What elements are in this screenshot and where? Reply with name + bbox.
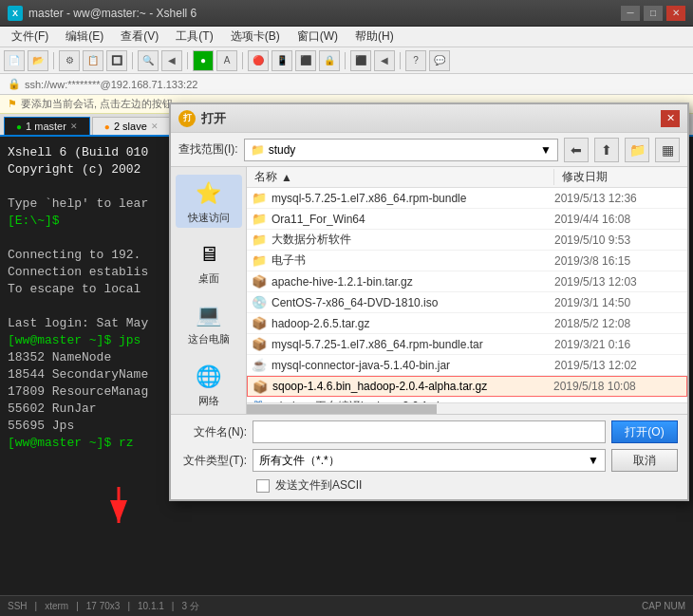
file-name: mysql-5.7.25-1.el7.x86_64.rpm-bundle.tar (272, 338, 551, 351)
menu-help[interactable]: 帮助(H) (347, 27, 402, 47)
nav-up-button[interactable]: ⬆ (594, 138, 619, 162)
ascii-checkbox[interactable] (256, 479, 270, 493)
network-label: 网络 (198, 395, 219, 407)
file-icon-archive: 📦 (251, 273, 268, 290)
list-item[interactable]: 📦 apache-hive-1.2.1-bin.tar.gz 2019/5/13… (247, 271, 687, 292)
open-button[interactable]: 打开(O) (611, 420, 678, 443)
file-name: mysql-connector-java-5.1.40-bin.jar (272, 359, 551, 372)
menu-tabs[interactable]: 选项卡(B) (223, 27, 288, 47)
dialog-sidebar: ⭐ 快速访问 🖥 桌面 💻 这台电脑 🌐 网络 (171, 167, 247, 414)
this-pc-icon: 💻 (194, 300, 224, 330)
file-date: 2019/3/1 14:50 (551, 296, 684, 309)
toolbar-btn-6[interactable]: A (216, 50, 237, 71)
file-name: hadoop-2.6.5.tar.gz (272, 317, 551, 330)
toolbar-search-btn[interactable]: 🔍 (138, 50, 159, 71)
ssh-bar: 🔒 ssh://ww:********@192.168.71.133:22 (0, 74, 693, 95)
cancel-button[interactable]: 取消 (611, 449, 678, 472)
sidebar-desktop[interactable]: 🖥 桌面 (176, 235, 242, 289)
menu-file[interactable]: 文件(F) (4, 27, 56, 47)
list-item[interactable]: 💿 CentOS-7-x86_64-DVD-1810.iso 2019/3/1 … (247, 292, 687, 313)
quick-access-label: 快速访问 (188, 212, 230, 224)
status-separator-1: | (35, 601, 38, 611)
file-name: Ora11_For_Win64 (272, 213, 551, 226)
toolbar-btn-7[interactable]: 🔴 (248, 50, 269, 71)
close-button[interactable]: ✕ (666, 6, 685, 21)
list-item[interactable]: 📦 hadoop-2.6.5.tar.gz 2018/5/2 12:08 (247, 313, 687, 334)
toolbar-open-btn[interactable]: 📂 (28, 50, 48, 71)
toolbar-new-btn[interactable]: 📄 (4, 50, 25, 71)
toolbar-btn-3[interactable]: 📋 (83, 50, 103, 71)
filetype-combo[interactable]: 所有文件（*.*） ▼ (253, 449, 606, 472)
list-item[interactable]: 📁 mysql-5.7.25-1.el7.x86_64.rpm-bundle 2… (247, 188, 687, 209)
menu-view[interactable]: 查看(V) (113, 27, 166, 47)
sidebar-network[interactable]: 🌐 网络 (176, 358, 242, 411)
col-name-header[interactable]: 名称 ▲ (247, 169, 554, 185)
tab-close-2[interactable]: ✕ (151, 121, 159, 131)
file-name-highlighted: sqoop-1.4.6.bin_hadoop-2.0.4-alpha.tar.g… (272, 380, 550, 393)
scrollbar-thumb[interactable] (247, 404, 437, 414)
nav-back-button[interactable]: ⬅ (564, 138, 589, 162)
file-name: 电子书 (272, 252, 551, 269)
toolbar-btn-5[interactable]: ◀ (161, 50, 182, 71)
filetype-row: 文件类型(T): 所有文件（*.*） ▼ 取消 (180, 449, 678, 472)
status-bar: SSH | xterm | 17 70x3 | 10.1.1 | 3 分 CAP… (0, 595, 693, 616)
toolbar-btn-8[interactable]: 📱 (272, 50, 292, 71)
location-combo[interactable]: 📁 study ▼ (244, 139, 558, 161)
toolbar-btn-11[interactable]: ⬛ (350, 50, 371, 71)
filetype-dropdown-arrow: ▼ (588, 454, 599, 467)
toolbar-btn-13[interactable]: 💬 (429, 50, 450, 71)
toolbar-btn-10[interactable]: 🔒 (319, 50, 340, 71)
menu-tools[interactable]: 工具(T) (168, 27, 220, 47)
toolbar-btn-2[interactable]: ⚙ (59, 50, 80, 71)
toolbar-separator-6 (400, 52, 401, 69)
maximize-button[interactable]: □ (644, 6, 663, 21)
network-icon: 🌐 (194, 362, 224, 392)
dialog-close-button[interactable]: ✕ (661, 110, 680, 127)
dialog-bottom: 文件名(N): 打开(O) 文件类型(T): 所有文件（*.*） ▼ 取消 发送… (171, 414, 687, 499)
tab-label-2: 2 slave (114, 121, 147, 132)
tab-close-1[interactable]: ✕ (70, 121, 78, 131)
horizontal-scrollbar[interactable] (247, 402, 687, 414)
filename-input[interactable] (253, 420, 606, 443)
toolbar-help-btn[interactable]: ? (405, 50, 426, 71)
list-item[interactable]: ☕ mysql-connector-java-5.1.40-bin.jar 20… (247, 355, 687, 376)
location-dropdown-arrow: ▼ (540, 143, 552, 157)
file-name: apache-hive-1.2.1-bin.tar.gz (272, 275, 551, 289)
filetype-label: 文件类型(T): (180, 453, 247, 469)
nav-view-button[interactable]: ▦ (655, 138, 680, 162)
window-title: master - ww@master:~ - Xshell 6 (28, 7, 621, 20)
file-icon-folder: 📁 (251, 190, 268, 207)
file-date: 2019/3/8 16:15 (551, 254, 684, 268)
list-item-highlighted[interactable]: 📦 sqoop-1.4.6.bin_hadoop-2.0.4-alpha.tar… (247, 376, 687, 397)
sidebar-quick-access[interactable]: ⭐ 快速访问 (176, 175, 242, 228)
file-name: 大数据分析软件 (272, 232, 551, 248)
col-date-header[interactable]: 修改日期 (554, 169, 687, 185)
status-caps: 3 分 (181, 600, 198, 613)
list-item[interactable]: 📁 Ora11_For_Win64 2019/4/4 16:08 (247, 209, 687, 230)
toolbar-btn-4[interactable]: 🔲 (106, 50, 127, 71)
file-date: 2019/5/10 9:53 (551, 233, 684, 247)
filelist-items[interactable]: 📁 mysql-5.7.25-1.el7.x86_64.rpm-bundle 2… (247, 188, 687, 402)
sort-arrow: ▲ (281, 171, 292, 184)
tab-label-1: 1 master (26, 121, 66, 132)
file-date-highlighted: 2019/5/18 10:08 (550, 380, 683, 393)
toolbar: 📄 📂 ⚙ 📋 🔲 🔍 ◀ ● A 🔴 📱 ⬛ 🔒 ⬛ ◀ ? 💬 (0, 47, 693, 74)
status-resolution: 17 70x3 (86, 601, 121, 611)
filename-label: 文件名(N): (180, 424, 247, 440)
tab-slave[interactable]: ● 2 slave ✕ (92, 117, 171, 135)
toolbar-btn-12[interactable]: ◀ (374, 50, 395, 71)
list-item[interactable]: 📁 电子书 2019/3/8 16:15 (247, 251, 687, 271)
sidebar-this-pc[interactable]: 💻 这台电脑 (176, 296, 242, 349)
toolbar-btn-9[interactable]: ⬛ (295, 50, 316, 71)
file-icon-iso: 💿 (251, 294, 268, 311)
list-item[interactable]: 📁 大数据分析软件 2019/5/10 9:53 (247, 230, 687, 251)
menu-window[interactable]: 窗口(W) (290, 27, 346, 47)
toolbar-separator-2 (132, 52, 133, 69)
tab-master[interactable]: ● 1 master ✕ (4, 117, 90, 135)
toolbar-color-btn[interactable]: ● (193, 50, 214, 71)
minimize-button[interactable]: ─ (621, 6, 640, 21)
dialog-filelist: 名称 ▲ 修改日期 📁 mysql-5.7.25-1.el7.x86_64.rp… (247, 167, 687, 414)
list-item[interactable]: 📦 mysql-5.7.25-1.el7.x86_64.rpm-bundle.t… (247, 334, 687, 355)
menu-edit[interactable]: 编辑(E) (58, 27, 111, 47)
nav-new-folder-button[interactable]: 📁 (625, 138, 649, 162)
